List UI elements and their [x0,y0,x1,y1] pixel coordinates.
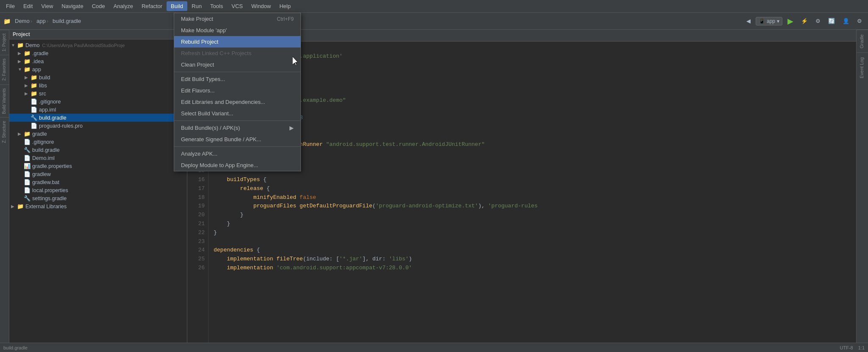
menu-refactor[interactable]: Refactor [137,1,167,11]
demo-folder-icon: 📁 [17,42,24,48]
tree-item-build-gradle-root[interactable]: ▶ 🔧 build.gradle [9,146,187,154]
menu-build-bundle-apk[interactable]: Build Bundle(s) / APK(s) ▶ [174,122,300,134]
menu-generate-signed[interactable]: Generate Signed Bundle / APK... [174,134,300,145]
menu-window[interactable]: Window [247,1,275,11]
left-vtab-strip: 1: Project 2: Favorites Build Variants Z… [0,30,9,352]
menu-deploy-module[interactable]: Deploy Module to App Engine... [174,159,300,171]
tree-label-gradlew: gradlew [32,171,51,177]
run-config-select[interactable]: 📱 app ▾ [756,17,782,25]
deploy-module-label: Deploy Module to App Engine... [181,162,258,168]
tree-item-demo-iml[interactable]: ▶ 📄 Demo.iml [9,154,187,162]
vtab-event-log[interactable]: Event Log [857,53,868,83]
tree-item-build[interactable]: ▶ 📁 build [9,73,187,81]
menu-edit-libraries[interactable]: Edit Libraries and Dependencies... [174,96,300,108]
tree-label-gitignore-root: .gitignore [32,139,54,145]
menu-clean-project[interactable]: Clean Project [174,59,300,70]
breadcrumb-file[interactable]: build.gradle [53,18,81,24]
local-props-icon: 📄 [24,187,31,193]
menu-bar: File Edit View Navigate Code Analyze Ref… [0,0,868,13]
menu-file[interactable]: File [2,1,19,11]
settings-button[interactable]: ⚙ [813,17,823,25]
tree-item-gradle-hidden[interactable]: ▶ 📁 .gradle [9,49,187,57]
tree-label-proguard: proguard-rules.pro [39,123,83,129]
tree-item-gradle-props[interactable]: ▶ 📊 gradle.properties [9,162,187,170]
panel-title: Project [13,31,30,37]
menu-edit[interactable]: Edit [19,1,37,11]
tree-item-build-gradle[interactable]: ▶ 🔧 build.gradle [9,114,187,122]
menu-analyze-apk[interactable]: Analyze APK... [174,148,300,159]
tree-label-app: app [32,67,41,73]
code-line-14 [214,158,851,167]
tree-item-settings-gradle[interactable]: ▶ 🔧 settings.gradle [9,194,187,202]
code-line-13: } [214,149,851,158]
menu-vcs[interactable]: VCS [227,1,247,11]
idea-folder-icon: 📁 [24,58,31,64]
menu-edit-flavors[interactable]: Edit Flavors... [174,85,300,96]
profile-button[interactable]: 👤 [840,17,852,25]
code-line-3 [214,61,851,70]
tree-item-gradlew[interactable]: ▶ 📄 gradlew [9,170,187,178]
tree-item-src[interactable]: ▶ 📁 src [9,89,187,98]
build-gradle-root-icon: 🔧 [24,147,31,153]
fast-run-button[interactable]: ⚡ [798,17,810,25]
code-line-10: versionCode 1 [214,123,851,131]
menu-rebuild-project[interactable]: Rebuild Project [174,36,300,47]
vtab-structure[interactable]: Z: Structure [0,117,9,146]
menu-run[interactable]: Run [187,1,206,11]
menu-edit-build-types[interactable]: Edit Build Types... [174,73,300,85]
clean-project-label: Clean Project [181,61,214,68]
menu-make-project[interactable]: Make Project Ctrl+F9 [174,13,300,25]
menu-help[interactable]: Help [275,1,295,11]
separator-1 [174,72,300,72]
tree-item-app-iml[interactable]: ▶ 📄 app.iml [9,106,187,114]
code-line-6: defaultConfig { [214,87,851,96]
project-panel: Project ⚙ ▾ ▼ 📁 Demo C:\Users\Arrya Paul… [9,30,187,352]
proguard-icon: 📄 [31,123,37,129]
tree-root-demo[interactable]: ▼ 📁 Demo C:\Users\Arrya Paul\AndroidStud… [9,41,187,49]
tree-item-app[interactable]: ▼ 📁 app [9,65,187,73]
menu-navigate[interactable]: Navigate [57,1,87,11]
code-line-9: targetSdkVersion 28 [214,114,851,123]
tree-item-local-props[interactable]: ▶ 📄 local.properties [9,186,187,194]
edit-libraries-label: Edit Libraries and Dependencies... [181,99,265,105]
menu-analyze[interactable]: Analyze [109,1,137,11]
menu-build[interactable]: Build [167,1,187,11]
extra-button[interactable]: ⚙ [854,17,865,25]
breadcrumb-app[interactable]: app [36,18,46,24]
tree-item-idea[interactable]: ▶ 📁 .idea [9,57,187,65]
toolbar-right: ◀ 📱 app ▾ ▶ ⚡ ⚙ 🔄 👤 ⚙ [744,15,865,27]
tree-item-gradle-folder[interactable]: ▶ 📁 gradle [9,130,187,138]
breadcrumb-demo[interactable]: Demo [15,18,30,24]
back-button[interactable]: ◀ [744,17,753,25]
tree-item-proguard[interactable]: ▶ 📄 proguard-rules.pro [9,122,187,130]
analyze-apk-label: Analyze APK... [181,151,217,157]
menu-tools[interactable]: Tools [206,1,227,11]
menu-make-module[interactable]: Make Module 'app' [174,25,300,36]
tree-label-build-gradle-root: build.gradle [32,147,60,153]
menu-code[interactable]: Code [88,1,109,11]
code-line-4: android { [214,70,851,78]
config-label: app [767,18,775,24]
menu-view[interactable]: View [37,1,57,11]
run-button[interactable]: ▶ [785,15,796,27]
right-tabs: Gradle Event Log [856,30,868,352]
tree-item-gitignore-root[interactable]: ▶ 📄 .gitignore [9,138,187,146]
tree-item-gradlew-bat[interactable]: ▶ 📄 gradlew.bat [9,178,187,186]
menu-select-build-variant[interactable]: Select Build Variant... [174,108,300,119]
tree-item-external-libs[interactable]: ▶ 📁 External Libraries [9,202,187,210]
tree-item-gitignore-app[interactable]: ▶ 📄 .gitignore [9,98,187,106]
code-line-12: testInstrumentationRunner "android.suppo… [214,140,851,149]
code-line-2: apply plugin: 'com.android.application' [214,52,851,61]
toolbar: 📁 Demo › app › build.gradle ◀ 📱 app ▾ ▶ … [0,13,868,30]
project-icon: 📁 [3,18,11,25]
vtab-project[interactable]: 1: Project [0,30,9,55]
sync-button[interactable]: 🔄 [826,17,837,25]
tree-item-libs[interactable]: ▶ 📁 libs [9,81,187,89]
vtab-build-variants[interactable]: Build Variants [0,84,9,117]
vtab-favorites[interactable]: 2: Favorites [0,55,9,84]
make-project-label: Make Project [181,16,213,22]
rebuild-project-label: Rebuild Project [181,39,218,45]
gradle-dir-icon: 📁 [24,131,31,137]
tree-label-app-iml: app.iml [39,107,56,113]
vtab-gradle[interactable]: Gradle [857,30,868,53]
